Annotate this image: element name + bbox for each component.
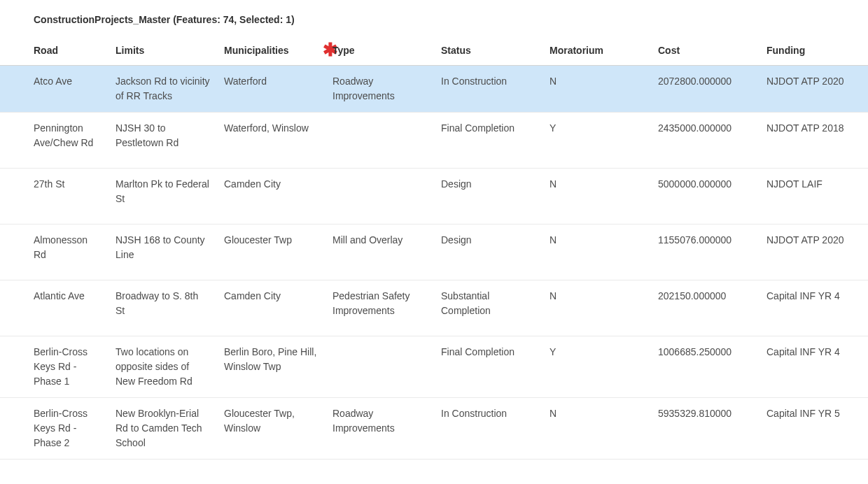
cell-funding[interactable]: NJDOT LAIF — [760, 169, 868, 225]
column-header-label: Type — [332, 45, 355, 56]
cell-status[interactable]: Final Completion — [434, 336, 542, 398]
cell-moratorium[interactable]: N — [542, 66, 651, 113]
cell-road[interactable]: 27th St — [0, 169, 108, 225]
cell-type[interactable]: Pedestrian Safety Improvements — [326, 280, 434, 336]
cell-moratorium[interactable]: Y — [542, 336, 651, 398]
table-row[interactable]: Berlin-Cross Keys Rd - Phase 2New Brookl… — [0, 398, 868, 460]
column-header-road[interactable]: Road — [0, 36, 108, 66]
cell-limits[interactable]: New Brooklyn-Erial Rd to Camden Tech Sch… — [108, 398, 217, 460]
cell-road[interactable]: Atco Ave — [0, 66, 108, 113]
cell-road[interactable]: Berlin-Cross Keys Rd - Phase 2 — [0, 398, 108, 460]
cell-limits[interactable]: Marlton Pk to Federal St — [108, 169, 217, 225]
column-header-municipalities[interactable]: Municipalities✱ — [217, 36, 326, 66]
cell-municipalities[interactable]: Waterford, Winslow — [217, 113, 326, 169]
column-header-label: Funding — [766, 45, 805, 56]
column-header-funding[interactable]: Funding — [760, 36, 868, 66]
cell-municipalities[interactable]: Gloucester Twp, Winslow — [217, 398, 326, 460]
cell-limits[interactable]: NJSH 168 to County Line — [108, 225, 217, 280]
cell-limits[interactable]: Broadway to S. 8th St — [108, 280, 217, 336]
cell-status[interactable]: Design — [434, 169, 542, 225]
table-row[interactable]: Atco AveJackson Rd to vicinity of RR Tra… — [0, 66, 868, 113]
cell-status[interactable]: In Construction — [434, 66, 542, 113]
cell-municipalities[interactable]: Camden City — [217, 280, 326, 336]
cell-funding[interactable]: NJDOT ATP 2018 — [760, 113, 868, 169]
cell-limits[interactable]: Jackson Rd to vicinity of RR Tracks — [108, 66, 217, 113]
column-header-label: Cost — [658, 45, 680, 56]
table-header-row: RoadLimitsMunicipalities✱TypeStatusMorat… — [0, 36, 868, 66]
cell-road[interactable]: Berlin-Cross Keys Rd - Phase 1 — [0, 336, 108, 398]
cell-cost[interactable]: 1155076.000000 — [651, 225, 760, 280]
column-header-moratorium[interactable]: Moratorium — [542, 36, 651, 66]
cell-type[interactable] — [326, 336, 434, 398]
column-header-label: Road — [34, 45, 58, 56]
table-row[interactable]: Pennington Ave/Chew RdNJSH 30 to Pestlet… — [0, 113, 868, 169]
cell-funding[interactable]: NJDOT ATP 2020 — [760, 66, 868, 113]
cell-type[interactable]: Mill and Overlay — [326, 225, 434, 280]
cell-moratorium[interactable]: Y — [542, 113, 651, 169]
cell-type[interactable] — [326, 113, 434, 169]
cell-cost[interactable]: 5935329.810000 — [651, 398, 760, 460]
cell-funding[interactable]: Capital INF YR 4 — [760, 336, 868, 398]
table-row[interactable]: Berlin-Cross Keys Rd - Phase 1Two locati… — [0, 336, 868, 398]
attribute-table-panel: ConstructionProjects_Master (Features: 7… — [0, 0, 868, 460]
cell-status[interactable]: Substantial Completion — [434, 280, 542, 336]
cell-municipalities[interactable]: Camden City — [217, 169, 326, 225]
column-header-cost[interactable]: Cost — [651, 36, 760, 66]
column-header-label: Municipalities — [224, 45, 289, 56]
column-header-label: Limits — [115, 45, 144, 56]
cell-road[interactable]: Pennington Ave/Chew Rd — [0, 113, 108, 169]
cell-moratorium[interactable]: N — [542, 398, 651, 460]
column-header-type[interactable]: Type — [326, 36, 434, 66]
cell-cost[interactable]: 202150.000000 — [651, 280, 760, 336]
table-row[interactable]: Almonesson RdNJSH 168 to County LineGlou… — [0, 225, 868, 280]
column-header-limits[interactable]: Limits — [108, 36, 217, 66]
cell-limits[interactable]: NJSH 30 to Pestletown Rd — [108, 113, 217, 169]
cell-moratorium[interactable]: N — [542, 225, 651, 280]
cell-road[interactable]: Atlantic Ave — [0, 280, 108, 336]
cell-moratorium[interactable]: N — [542, 280, 651, 336]
table-row[interactable]: Atlantic AveBroadway to S. 8th StCamden … — [0, 280, 868, 336]
cell-cost[interactable]: 1006685.250000 — [651, 336, 760, 398]
column-header-label: Moratorium — [550, 45, 603, 56]
table-row[interactable]: 27th StMarlton Pk to Federal StCamden Ci… — [0, 169, 868, 225]
table-title: ConstructionProjects_Master (Features: 7… — [0, 14, 868, 36]
cell-funding[interactable]: Capital INF YR 5 — [760, 398, 868, 460]
cell-limits[interactable]: Two locations on opposite sides of New F… — [108, 336, 217, 398]
cell-status[interactable]: Design — [434, 225, 542, 280]
cell-funding[interactable]: NJDOT ATP 2020 — [760, 225, 868, 280]
cell-cost[interactable]: 2435000.000000 — [651, 113, 760, 169]
cell-status[interactable]: Final Completion — [434, 113, 542, 169]
cell-status[interactable]: In Construction — [434, 398, 542, 460]
attribute-table: RoadLimitsMunicipalities✱TypeStatusMorat… — [0, 36, 868, 460]
cell-type[interactable]: Roadway Improvements — [326, 398, 434, 460]
cell-road[interactable]: Almonesson Rd — [0, 225, 108, 280]
cell-funding[interactable]: Capital INF YR 4 — [760, 280, 868, 336]
cell-moratorium[interactable]: N — [542, 169, 651, 225]
cell-municipalities[interactable]: Gloucester Twp — [217, 225, 326, 280]
column-header-label: Status — [441, 45, 471, 56]
cell-cost[interactable]: 5000000.000000 — [651, 169, 760, 225]
cell-type[interactable] — [326, 169, 434, 225]
cell-cost[interactable]: 2072800.000000 — [651, 66, 760, 113]
column-header-status[interactable]: Status — [434, 36, 542, 66]
cell-municipalities[interactable]: Berlin Boro, Pine Hill, Winslow Twp — [217, 336, 326, 398]
cell-type[interactable]: Roadway Improvements — [326, 66, 434, 113]
cell-municipalities[interactable]: Waterford — [217, 66, 326, 113]
